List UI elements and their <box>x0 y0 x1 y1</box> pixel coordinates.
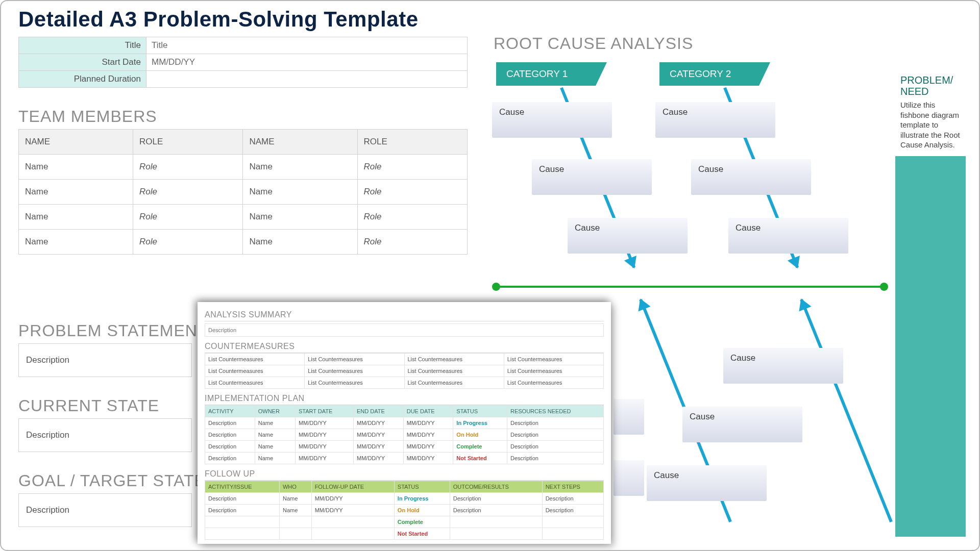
follow-cell[interactable]: Complete <box>394 516 450 528</box>
cause-box[interactable] <box>614 399 644 435</box>
counter-cell[interactable]: List Countermeasures <box>404 365 504 377</box>
meta-title-value[interactable]: Title <box>146 37 468 54</box>
follow-cell[interactable] <box>279 528 311 540</box>
team-cell[interactable]: Name <box>243 155 357 180</box>
cause-box[interactable]: Cause <box>691 159 811 195</box>
counter-cell[interactable]: List Countermeasures <box>205 365 305 377</box>
cause-box[interactable]: Cause <box>728 218 848 254</box>
follow-cell[interactable]: Description <box>450 493 542 505</box>
cause-box[interactable]: Cause <box>647 465 767 501</box>
follow-cell[interactable]: Name <box>279 505 311 516</box>
follow-cell[interactable]: Description <box>450 505 542 516</box>
impl-cell[interactable]: Description <box>205 441 255 453</box>
follow-cell[interactable] <box>311 528 394 540</box>
impl-cell[interactable]: MM/DD/YY <box>403 417 453 429</box>
follow-col: ACTIVITY/ISSUE <box>205 481 280 493</box>
team-cell[interactable]: Role <box>357 155 468 180</box>
team-cell[interactable]: Name <box>19 180 133 205</box>
team-cell[interactable]: Name <box>243 205 357 230</box>
follow-cell[interactable] <box>279 516 311 528</box>
impl-cell[interactable]: MM/DD/YY <box>295 453 353 464</box>
counter-cell[interactable]: List Countermeasures <box>305 377 404 389</box>
meta-start-value[interactable]: MM/DD/YY <box>146 54 468 71</box>
impl-cell[interactable]: Name <box>255 417 295 429</box>
follow-cell[interactable]: Description <box>542 493 603 505</box>
impl-cell[interactable]: Description <box>507 417 603 429</box>
impl-cell[interactable]: Description <box>205 417 255 429</box>
cause-box[interactable]: Cause <box>568 218 688 254</box>
impl-cell[interactable]: Description <box>507 429 603 441</box>
impl-cell[interactable]: MM/DD/YY <box>403 453 453 464</box>
cause-box[interactable]: Cause <box>492 102 612 138</box>
counter-cell[interactable]: List Countermeasures <box>504 377 603 389</box>
impl-cell[interactable]: MM/DD/YY <box>354 441 404 453</box>
meta-duration-value[interactable] <box>146 71 468 88</box>
team-cell[interactable]: Name <box>243 230 357 255</box>
team-cell[interactable]: Name <box>19 205 133 230</box>
impl-cell[interactable]: MM/DD/YY <box>403 429 453 441</box>
cause-box[interactable]: Cause <box>682 407 802 442</box>
counter-cell[interactable]: List Countermeasures <box>404 354 504 365</box>
follow-cell[interactable] <box>450 516 542 528</box>
team-cell[interactable]: Role <box>133 155 243 180</box>
follow-cell[interactable]: MM/DD/YY <box>311 493 394 505</box>
counter-cell[interactable]: List Countermeasures <box>305 354 404 365</box>
cause-box[interactable] <box>614 460 644 496</box>
cause-box[interactable]: Cause <box>655 102 775 138</box>
team-cell[interactable]: Role <box>133 230 243 255</box>
impl-cell[interactable]: Not Started <box>453 453 507 464</box>
cause-box[interactable]: Cause <box>723 348 843 384</box>
impl-cell[interactable]: MM/DD/YY <box>354 453 404 464</box>
impl-cell[interactable]: MM/DD/YY <box>403 441 453 453</box>
impl-cell[interactable]: Description <box>205 429 255 441</box>
impl-cell[interactable]: MM/DD/YY <box>354 417 404 429</box>
follow-cell[interactable]: Description <box>205 505 280 516</box>
impl-cell[interactable]: MM/DD/YY <box>295 417 353 429</box>
team-cell[interactable]: Role <box>357 230 468 255</box>
team-cell[interactable]: Role <box>133 205 243 230</box>
follow-cell[interactable]: Description <box>542 505 603 516</box>
impl-cell[interactable]: Description <box>507 453 603 464</box>
counter-cell[interactable]: List Countermeasures <box>305 365 404 377</box>
current-desc[interactable]: Description <box>18 418 192 452</box>
team-cell[interactable]: Role <box>133 180 243 205</box>
follow-cell[interactable] <box>205 528 280 540</box>
counter-cell[interactable]: List Countermeasures <box>205 354 305 365</box>
problem-desc[interactable]: Description <box>18 343 192 377</box>
team-cell[interactable]: Role <box>357 205 468 230</box>
follow-cell[interactable]: MM/DD/YY <box>311 505 394 516</box>
follow-cell[interactable]: In Progress <box>394 493 450 505</box>
follow-cell[interactable] <box>205 516 280 528</box>
counter-cell[interactable]: List Countermeasures <box>205 377 305 389</box>
analysis-desc[interactable]: Description <box>205 323 604 337</box>
impl-cell[interactable]: Name <box>255 453 295 464</box>
impl-cell[interactable]: Description <box>205 453 255 464</box>
follow-cell[interactable]: Description <box>205 493 280 505</box>
counter-cell[interactable]: List Countermeasures <box>404 377 504 389</box>
follow-cell[interactable]: Not Started <box>394 528 450 540</box>
impl-cell[interactable]: MM/DD/YY <box>295 441 353 453</box>
impl-cell[interactable]: In Progress <box>453 417 507 429</box>
team-cell[interactable]: Name <box>19 155 133 180</box>
team-cell[interactable]: Name <box>19 230 133 255</box>
impl-cell[interactable]: Complete <box>453 441 507 453</box>
impl-cell[interactable]: MM/DD/YY <box>295 429 353 441</box>
team-cell[interactable]: Name <box>243 180 357 205</box>
cause-box[interactable]: Cause <box>532 159 652 195</box>
impl-cell[interactable]: Name <box>255 429 295 441</box>
follow-cell[interactable] <box>542 528 603 540</box>
impl-heading: IMPLEMENTATION PLAN <box>205 394 604 405</box>
goal-desc[interactable]: Description <box>18 493 192 527</box>
team-cell[interactable]: Role <box>357 180 468 205</box>
impl-cell[interactable]: On Hold <box>453 429 507 441</box>
counter-cell[interactable]: List Countermeasures <box>504 365 603 377</box>
counter-cell[interactable]: List Countermeasures <box>504 354 603 365</box>
impl-cell[interactable]: MM/DD/YY <box>354 429 404 441</box>
follow-cell[interactable]: Name <box>279 493 311 505</box>
impl-cell[interactable]: Name <box>255 441 295 453</box>
follow-cell[interactable] <box>311 516 394 528</box>
follow-cell[interactable] <box>450 528 542 540</box>
follow-cell[interactable] <box>542 516 603 528</box>
impl-cell[interactable]: Description <box>507 441 603 453</box>
follow-cell[interactable]: On Hold <box>394 505 450 516</box>
